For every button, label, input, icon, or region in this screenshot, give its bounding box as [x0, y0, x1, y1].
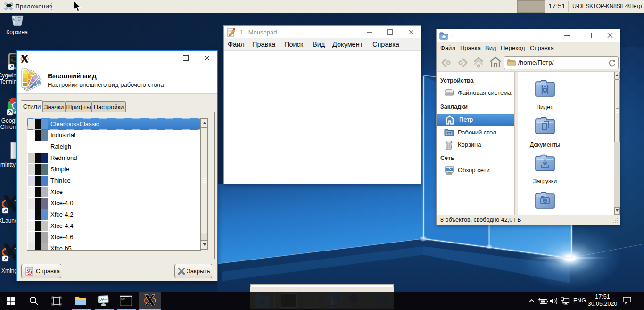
- svg-text:C:\_: C:\_: [121, 298, 127, 301]
- svg-text:D: D: [260, 299, 264, 306]
- svg-text:$_: $_: [11, 59, 16, 62]
